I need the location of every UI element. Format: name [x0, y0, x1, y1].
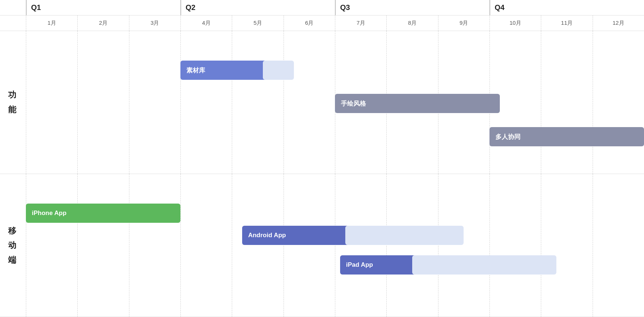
quarter-q4: Q4	[489, 0, 644, 15]
gantt-bar: Android App	[242, 226, 350, 245]
gantt-bar: 多人协同	[489, 127, 644, 146]
month-12: 12月	[593, 16, 644, 31]
gantt-bar: 手绘风格	[335, 94, 500, 113]
gantt-bar: iPhone App	[26, 204, 180, 223]
quarter-q3: Q3	[335, 0, 489, 15]
month-8: 8月	[386, 16, 438, 31]
gantt-bar: 素材库	[180, 61, 273, 80]
month-2: 2月	[77, 16, 129, 31]
gantt-bar: iPad App	[340, 255, 417, 275]
gantt-chart: Q1 Q2 Q3 Q4 1月 2月 3月 4月 5月 6月 7月 8月 9月 1…	[0, 0, 644, 317]
gantt-bar	[412, 255, 556, 275]
month-4: 4月	[180, 16, 232, 31]
month-5: 5月	[232, 16, 283, 31]
month-1: 1月	[26, 16, 77, 31]
quarter-q1: Q1	[26, 0, 180, 15]
month-11: 11月	[541, 16, 592, 31]
quarter-q2: Q2	[180, 0, 335, 15]
gantt-bar	[263, 61, 294, 80]
month-10: 10月	[489, 16, 541, 31]
mobile-row-label: 移 动 端	[0, 174, 26, 317]
month-9: 9月	[438, 16, 489, 31]
gantt-bar	[345, 226, 464, 245]
month-7: 7月	[335, 16, 386, 31]
mobile-section: iPhone AppAndroid AppiPad App	[26, 174, 644, 317]
month-6: 6月	[284, 16, 335, 31]
feature-row-label: 功 能	[0, 31, 26, 174]
feature-section: 素材库手绘风格多人协同	[26, 31, 644, 174]
month-3: 3月	[129, 16, 180, 31]
